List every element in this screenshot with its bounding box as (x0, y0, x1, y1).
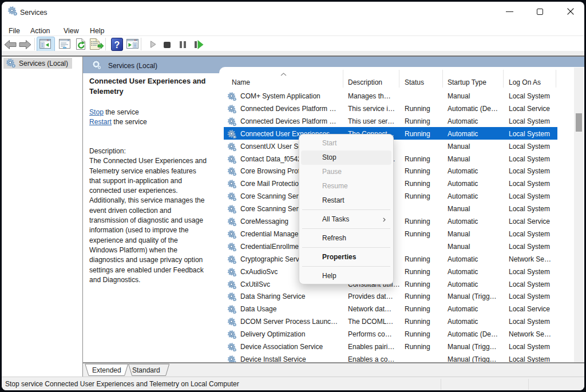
svg-text:?: ? (114, 40, 120, 50)
